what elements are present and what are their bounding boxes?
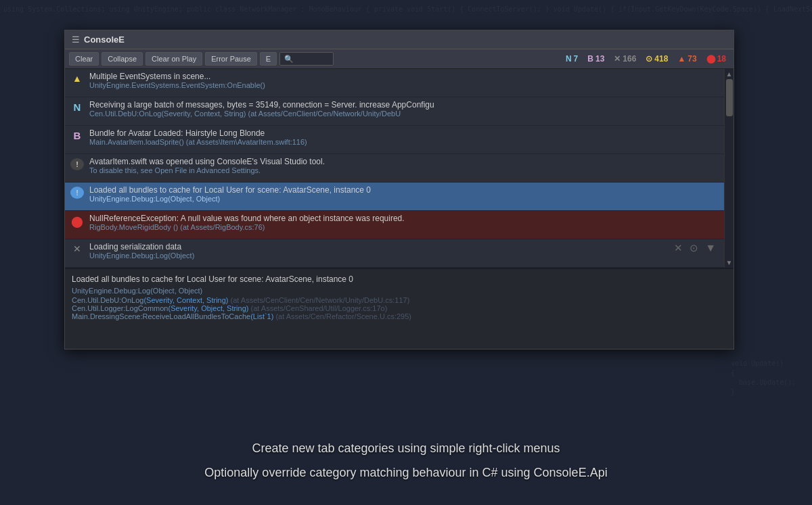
- log-sub-1: Cen.Util.DebU:OnLog(Severity, Context, S…: [89, 110, 719, 118]
- badge-triangle-count: 73: [687, 54, 696, 64]
- log-item-content-3: AvatarItem.swift was opened using Consol…: [89, 157, 719, 174]
- log-item-x[interactable]: ✕ Loading serialization data UnityEngine…: [65, 239, 724, 268]
- item-down-action[interactable]: ▼: [705, 242, 716, 254]
- log-scrollbar[interactable]: ▲ ▼: [724, 69, 734, 268]
- log-item-info[interactable]: ! AvatarItem.swift was opened using Cons…: [65, 154, 724, 183]
- detail-line2-link[interactable]: (Severity, Context, String): [143, 296, 228, 304]
- b-icon: B: [70, 130, 84, 141]
- badge-x[interactable]: ✕ 166: [610, 53, 639, 65]
- bottom-instructions: Create new tab categories using simple r…: [0, 436, 812, 485]
- badge-x-icon: ✕: [614, 54, 621, 64]
- log-item-content-0: Multiple EventSystems in scene... UnityE…: [89, 72, 719, 89]
- detail-line2: Cen.Util.DebU:OnLog(Severity, Context, S…: [72, 296, 727, 304]
- log-sub-5: RigBody.MoveRigidBody () (at Assets/RigB…: [89, 223, 719, 231]
- error-pause-button[interactable]: Error Pause: [205, 52, 257, 66]
- detail-line4: Main.DressingScene:ReceiveLoadAllBundles…: [72, 312, 727, 320]
- x-icon: ✕: [70, 243, 84, 254]
- console-title-icon: ☰: [72, 34, 80, 45]
- log-item-content-6: Loading serialization data UnityEngine.D…: [89, 242, 674, 260]
- info-icon-0: !: [70, 158, 84, 170]
- log-main-0: Multiple EventSystems in scene...: [89, 72, 719, 81]
- info-icon-1: !: [70, 187, 84, 199]
- log-sub-3: To disable this, see Open File in Advanc…: [89, 166, 719, 174]
- detail-line3-prefix: Cen.Util.Logger:LogCommon: [72, 304, 168, 312]
- e-button[interactable]: E: [260, 52, 277, 66]
- instruction-line-2: Optionally override category matching be…: [0, 460, 812, 485]
- log-item-content-4: Loaded all bundles to cache for Local Us…: [89, 185, 719, 203]
- detail-line4-faded: (at Assets/Cen/Refactor/Scene.U.cs:295): [273, 312, 411, 320]
- scroll-down-arrow[interactable]: ▼: [725, 259, 734, 266]
- log-item-selected[interactable]: ! Loaded all bundles to cache for Local …: [65, 183, 724, 211]
- log-main-1: Receiving a large batch of messages, byt…: [89, 100, 719, 110]
- n-icon: N: [70, 101, 84, 113]
- log-sub-0: UnityEngine.EventSystems.EventSystem:OnE…: [89, 81, 719, 89]
- clear-button[interactable]: Clear: [69, 52, 99, 66]
- search-input[interactable]: [279, 52, 334, 66]
- badge-b-icon: B: [587, 54, 593, 64]
- console-window: ☰ ConsoleE Clear Collapse Clear on Play …: [64, 30, 734, 350]
- log-sub-2: Main.AvatarItem.loadSprite() (at Assets\…: [89, 138, 719, 146]
- warning-icon: ▲: [70, 73, 84, 84]
- title-bar: ☰ ConsoleE: [65, 30, 734, 49]
- badge-warn[interactable]: ⊙ 418: [642, 53, 671, 65]
- console-title: ConsoleE: [84, 34, 125, 45]
- badge-n-count: 7: [574, 54, 579, 64]
- badge-triangle[interactable]: ▲ 73: [674, 53, 700, 65]
- badge-n-icon: N: [566, 54, 572, 64]
- log-sub-4: UnityEngine.Debug:Log(Object, Object): [89, 195, 719, 203]
- badge-x-count: 166: [623, 54, 636, 64]
- item-actions: ✕ ⊙ ▼: [674, 242, 719, 254]
- item-info-action[interactable]: ⊙: [690, 242, 698, 254]
- log-item-warning[interactable]: ▲ Multiple EventSystems in scene... Unit…: [65, 69, 724, 97]
- badge-error-count: 18: [717, 54, 726, 64]
- error-icon: ⬤: [70, 215, 84, 228]
- log-item-error[interactable]: ⬤ NullReferenceException: A null value w…: [65, 211, 724, 239]
- badge-triangle-icon: ▲: [677, 54, 685, 64]
- log-sub-6: UnityEngine.Debug:Log(Object): [89, 251, 674, 260]
- badge-warn-count: 418: [654, 54, 668, 64]
- detail-line4-prefix: Main.DressingScene:ReceiveLoadAllBundles…: [72, 312, 250, 320]
- detail-line2-faded: (at Assets/CenClient/Cen/Network/Unity/D…: [229, 296, 410, 304]
- detail-line1: UnityEngine.Debug:Log(Object, Object): [72, 287, 727, 295]
- scroll-thumb[interactable]: [726, 79, 733, 116]
- badge-b[interactable]: B 13: [584, 53, 608, 65]
- log-item-b[interactable]: B Bundle for Avatar Loaded: Hairstyle Lo…: [65, 126, 724, 154]
- log-main-2: Bundle for Avatar Loaded: Hairstyle Long…: [89, 128, 719, 138]
- log-item-content-1: Receiving a large batch of messages, byt…: [89, 100, 719, 118]
- toolbar: Clear Collapse Clear on Play Error Pause…: [65, 49, 734, 69]
- log-item-content-5: NullReferenceException: A null value was…: [89, 214, 719, 231]
- clear-on-play-button[interactable]: Clear on Play: [145, 52, 202, 66]
- log-main-5: NullReferenceException: A null value was…: [89, 214, 719, 223]
- detail-main-text: Loaded all bundles to cache for Local Us…: [72, 274, 727, 284]
- badge-error[interactable]: ⬤ 18: [703, 53, 729, 65]
- badge-b-count: 13: [595, 54, 604, 64]
- collapse-button[interactable]: Collapse: [102, 52, 143, 66]
- detail-line3-faded: (at Assets/CenShared/Util/Logger.cs:17o): [248, 304, 387, 312]
- log-main-4: Loaded all bundles to cache for Local Us…: [89, 185, 719, 195]
- log-item-content-2: Bundle for Avatar Loaded: Hairstyle Long…: [89, 128, 719, 146]
- log-main-3: AvatarItem.swift was opened using Consol…: [89, 157, 719, 166]
- badge-n[interactable]: N 7: [562, 53, 581, 65]
- log-main-6: Loading serialization data: [89, 242, 674, 251]
- badge-warn-icon: ⊙: [646, 54, 652, 64]
- detail-panel: Loaded all bundles to cache for Local Us…: [65, 268, 734, 349]
- detail-line4-link[interactable]: (List`1): [250, 312, 273, 320]
- log-list: ▲ Multiple EventSystems in scene... Unit…: [65, 69, 734, 268]
- scroll-up-arrow[interactable]: ▲: [725, 69, 734, 78]
- item-x-action[interactable]: ✕: [674, 242, 683, 254]
- detail-line2-prefix: Cen.Util.DebU:OnLog: [72, 296, 143, 304]
- detail-line3-link[interactable]: (Severity, Object, String): [168, 304, 248, 312]
- badge-error-icon: ⬤: [706, 54, 715, 64]
- log-list-container: ▲ Multiple EventSystems in scene... Unit…: [65, 69, 734, 268]
- instruction-line-1: Create new tab categories using simple r…: [0, 436, 812, 460]
- log-item-n[interactable]: N Receiving a large batch of messages, b…: [65, 97, 724, 126]
- detail-line3: Cen.Util.Logger:LogCommon(Severity, Obje…: [72, 304, 727, 312]
